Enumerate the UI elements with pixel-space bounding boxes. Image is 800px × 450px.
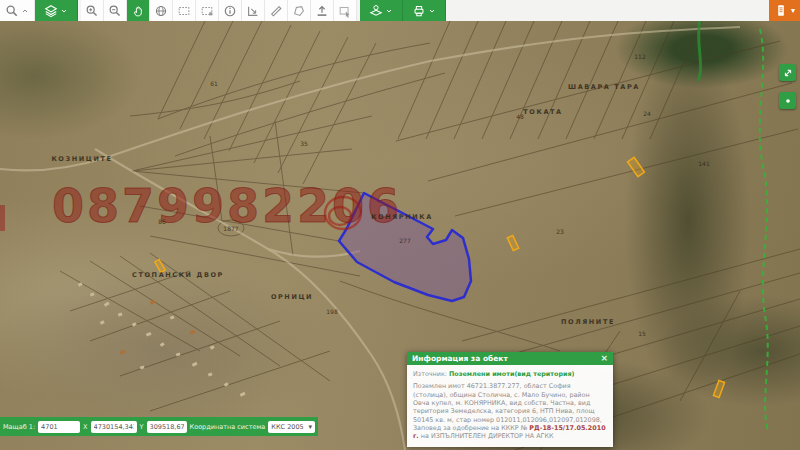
x-coordinate-input[interactable] — [91, 421, 137, 433]
map-parcel-number: 141 — [698, 160, 709, 167]
globe-button[interactable] — [150, 0, 173, 21]
map-parcel-number: 198 — [326, 308, 337, 315]
zoom-in-button[interactable] — [81, 0, 104, 21]
map-canvas[interactable]: 0879982206 КОНЯРНИКАШАВАРА ТАРАТОКАТАПОЛ… — [0, 21, 800, 450]
chevron-down-icon — [385, 7, 393, 15]
parcel-description: Поземлен имот 46721.3877.277, област Соф… — [413, 382, 607, 440]
chevron-up-icon — [21, 7, 29, 15]
popup-title: Информация за обект — [412, 354, 508, 363]
basemap-dropdown-button[interactable] — [360, 0, 403, 21]
chevron-down-icon — [428, 7, 436, 15]
crs-label: Координатна система — [190, 423, 266, 431]
description-suffix: на ИЗПЪЛНИТЕЛЕН ДИРЕКТОР НА АГКК — [419, 432, 554, 440]
village-houses — [78, 282, 246, 396]
status-bar: Мащаб 1: X Y Координатна система ККС 200… — [0, 417, 318, 436]
dot-icon — [782, 95, 794, 107]
popup-source-line: Източник: Поземлени имоти(вид територия) — [413, 370, 607, 378]
y-label: Y — [140, 423, 144, 431]
map-place-label: КОЗНИЦИТЕ — [51, 155, 112, 163]
description-main: Поземлен имот 46721.3877.277, област Соф… — [413, 382, 602, 423]
magnifier-icon — [5, 4, 19, 18]
globe-icon — [154, 4, 168, 18]
close-icon[interactable]: × — [600, 354, 608, 363]
map-place-label: СТОПАНСКИ ДВОР — [132, 271, 224, 279]
pan-button[interactable] — [127, 0, 150, 21]
map-parcel-number: 112 — [634, 53, 645, 60]
green-boundary-line — [698, 21, 768, 431]
printer-icon — [412, 4, 426, 18]
zoom-box-button[interactable] — [173, 0, 196, 21]
hand-icon — [131, 4, 145, 18]
identify-button[interactable] — [242, 0, 265, 21]
upload-button[interactable] — [311, 0, 334, 21]
basemap-globe-icon — [369, 4, 383, 18]
map-place-label: ОРНИЦИ — [271, 293, 313, 301]
upload-icon — [315, 4, 329, 18]
map-parcel-number: 35 — [300, 140, 308, 147]
crs-selected-value: ККС 2005 — [271, 423, 303, 431]
corner-arrow-icon — [246, 4, 260, 18]
popup-body: Източник: Поземлени имоти(вид територия)… — [407, 365, 613, 447]
report-dropdown-button[interactable]: ▾ — [769, 0, 800, 21]
popup-header[interactable]: Информация за обект × — [407, 352, 613, 365]
source-label: Източник: — [413, 370, 447, 378]
zoom-out-button[interactable] — [104, 0, 127, 21]
x-label: X — [83, 423, 87, 431]
layers-dropdown-button[interactable] — [35, 0, 78, 21]
dashed-rectangle-icon — [177, 4, 191, 18]
scale-label: Мащаб 1: — [3, 423, 35, 431]
chevron-down-icon — [60, 7, 68, 15]
chevron-down-icon: ▾ — [791, 7, 795, 15]
source-value: Поземлени имоти(вид територия) — [449, 370, 575, 378]
info-circle-icon — [223, 4, 237, 18]
y-coordinate-input[interactable] — [147, 421, 187, 433]
map-overlay — [0, 21, 800, 450]
map-parcel-number: 1877 — [223, 225, 238, 232]
dashed-rectangle-corner-icon — [200, 4, 214, 18]
diagonal-arrows-icon — [782, 67, 794, 79]
ruler-icon — [269, 4, 283, 18]
select-features-button[interactable] — [334, 0, 357, 21]
polygon-icon — [292, 4, 306, 18]
search-button[interactable] — [0, 0, 35, 21]
polygon-button[interactable] — [288, 0, 311, 21]
map-parcel-number: 86 — [158, 218, 166, 225]
select-rectangle-cursor-icon — [338, 4, 352, 18]
zoom-out-icon — [108, 4, 122, 18]
scale-input[interactable] — [38, 421, 80, 433]
zoom-in-icon — [85, 4, 99, 18]
map-place-label: ТОКАТА — [523, 108, 562, 116]
chevron-down-icon: ▾ — [308, 423, 312, 431]
map-parcel-number: 23 — [556, 228, 564, 235]
report-list-icon — [774, 3, 788, 18]
extent-box-button[interactable] — [196, 0, 219, 21]
map-parcel-number: 24 — [643, 110, 651, 117]
map-parcel-number: 48 — [516, 113, 524, 120]
expand-button[interactable] — [779, 64, 796, 81]
print-dropdown-button[interactable] — [403, 0, 446, 21]
order-prefix: Заповед за одобрение на КККР № — [413, 424, 529, 432]
coordinate-system-select[interactable]: ККС 2005 ▾ — [268, 421, 315, 433]
map-place-label: КОНЯРНИКА — [371, 213, 433, 221]
map-parcel-number: 277 — [399, 237, 410, 244]
map-parcel-number: 15 — [638, 330, 646, 337]
object-info-popup: Информация за обект × Източник: Поземлен… — [407, 352, 613, 447]
measure-button[interactable] — [265, 0, 288, 21]
top-toolbar — [0, 0, 800, 21]
layers-icon — [44, 4, 58, 18]
info-button[interactable] — [219, 0, 242, 21]
locate-button[interactable] — [779, 92, 796, 109]
map-place-label: ШАВАРА ТАРА — [568, 83, 640, 91]
map-place-label: ПОЛЯНИТЕ — [561, 318, 615, 326]
map-parcel-number: 61 — [210, 80, 218, 87]
